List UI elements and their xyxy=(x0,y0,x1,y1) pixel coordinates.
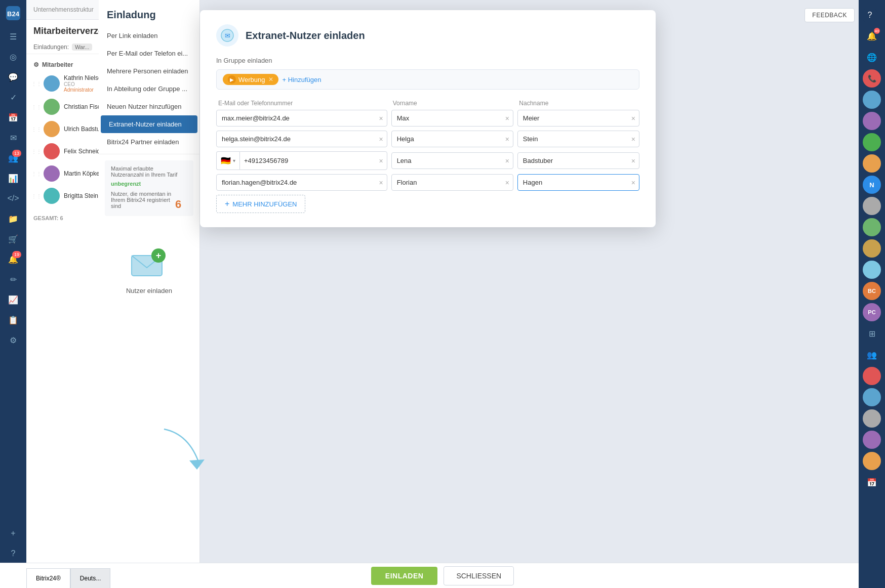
first-field-4[interactable]: × xyxy=(391,174,513,191)
clear-phone-3-icon[interactable]: × xyxy=(379,157,383,164)
sidebar-edit-icon[interactable]: ✏ xyxy=(4,270,22,288)
rs-avatar-4[interactable] xyxy=(863,133,881,151)
email-field-2[interactable]: × xyxy=(216,131,387,147)
menu-item-link[interactable]: Per Link einladen xyxy=(99,27,199,45)
staff-section-label: Mitarbeiter xyxy=(42,61,73,68)
menu-item-partner[interactable]: Bitrix24 Partner einladen xyxy=(99,133,199,151)
email-input-4[interactable] xyxy=(216,174,387,191)
sidebar-code-icon[interactable]: </> xyxy=(4,189,22,207)
clear-first-1-icon[interactable]: × xyxy=(505,115,509,122)
last-field-1[interactable]: × xyxy=(517,110,639,127)
rs-avatar-5[interactable] xyxy=(863,154,881,173)
rs-avatar-9[interactable] xyxy=(863,261,881,279)
first-field-2[interactable]: × xyxy=(391,131,513,147)
rs-avatar-12[interactable] xyxy=(863,431,881,449)
sidebar-tasks-icon[interactable]: ✓ xyxy=(4,88,22,106)
rs-avatar-3[interactable] xyxy=(863,112,881,130)
first-field-3[interactable]: × xyxy=(391,152,513,169)
sidebar-drive-icon[interactable]: 📁 xyxy=(4,209,22,228)
sidebar-help-icon[interactable]: ? xyxy=(4,544,22,563)
sidebar-feed-icon[interactable]: ◎ xyxy=(4,48,22,66)
first-input-2[interactable] xyxy=(391,131,513,147)
rs-avatar-10[interactable] xyxy=(863,388,881,406)
group-tag-close-icon[interactable]: ✕ xyxy=(268,76,273,83)
clear-last-2-icon[interactable]: × xyxy=(631,136,635,143)
menu-item-multiple[interactable]: Mehrere Personen einladen xyxy=(99,62,199,80)
help-icon[interactable]: ? xyxy=(862,7,878,23)
clear-first-4-icon[interactable]: × xyxy=(505,179,509,186)
feedback-button[interactable]: FEEDBACK xyxy=(804,8,855,22)
menu-item-new-user[interactable]: Neuen Nutzer hinzufügen xyxy=(99,98,199,115)
last-input-1[interactable] xyxy=(517,110,639,127)
schliessen-button[interactable]: SCHLIESSEN xyxy=(444,566,514,585)
rs-avatar-pc[interactable]: PC xyxy=(863,303,881,321)
einladen-button[interactable]: EINLADEN xyxy=(371,567,438,585)
sidebar-mail-icon[interactable]: ✉ xyxy=(4,129,22,147)
clear-email-4-icon[interactable]: × xyxy=(379,179,383,186)
group-tag[interactable]: ▶ Werbung ✕ xyxy=(223,74,278,85)
clear-last-3-icon[interactable]: × xyxy=(631,157,635,164)
last-input-4[interactable] xyxy=(517,174,639,191)
first-input-4[interactable] xyxy=(391,174,513,191)
rs-avatar-13[interactable] xyxy=(863,452,881,470)
rs-people-icon[interactable]: 👥 xyxy=(863,346,881,364)
group-row: ▶ Werbung ✕ + Hinzufügen xyxy=(216,69,639,90)
clear-last-4-icon[interactable]: × xyxy=(631,179,635,186)
sidebar-reports-icon[interactable]: 📋 xyxy=(4,311,22,329)
clear-last-1-icon[interactable]: × xyxy=(631,115,635,122)
rs-red-circle[interactable] xyxy=(863,367,881,385)
bottom-tab-bitrix[interactable]: Bitrix24® xyxy=(26,568,70,588)
sidebar-chat-icon[interactable]: 💬 xyxy=(4,68,22,86)
phone-input-3[interactable] xyxy=(239,151,387,170)
last-field-4[interactable]: × xyxy=(517,174,639,191)
bottom-tab-lang[interactable]: Deuts... xyxy=(70,568,110,588)
sidebar-add-icon[interactable]: + xyxy=(4,524,22,542)
last-input-3[interactable] xyxy=(517,152,639,169)
last-field-2[interactable]: × xyxy=(517,131,639,147)
rs-calendar-icon[interactable]: 📅 xyxy=(863,473,881,491)
rs-avatar-bc[interactable]: BC xyxy=(863,282,881,300)
rs-avatar-1[interactable]: 📞 xyxy=(863,69,881,88)
rs-avatar-8[interactable] xyxy=(863,239,881,258)
rs-avatar-6[interactable] xyxy=(863,197,881,215)
rs-avatar-n[interactable]: N xyxy=(863,176,881,194)
email-input-2[interactable] xyxy=(216,131,387,147)
rs-globe-icon[interactable]: 🌐 xyxy=(863,48,881,66)
rs-avatar-7[interactable] xyxy=(863,218,881,236)
sidebar-shop-icon[interactable]: 🛒 xyxy=(4,230,22,248)
sidebar-analytics-icon[interactable]: 📈 xyxy=(4,290,22,309)
sidebar-calendar-icon[interactable]: 📅 xyxy=(4,108,22,127)
sidebar-chart-icon[interactable]: 📊 xyxy=(4,169,22,187)
rs-grid-icon[interactable]: ⊞ xyxy=(863,324,881,343)
sidebar-menu-icon[interactable]: ☰ xyxy=(4,27,22,46)
email-field-1[interactable]: × xyxy=(216,110,387,127)
form-header-row: E-Mail oder Telefonnummer Vorname Nachna… xyxy=(216,100,639,107)
rs-bell-icon[interactable]: 🔔 40 xyxy=(863,27,881,45)
clear-first-3-icon[interactable]: × xyxy=(505,157,509,164)
rs-avatar-2[interactable] xyxy=(863,91,881,109)
first-field-1[interactable]: × xyxy=(391,110,513,127)
email-field-4[interactable]: × xyxy=(216,174,387,191)
sidebar-contacts-icon[interactable]: 👥 xyxy=(4,149,22,167)
clear-email-1-icon[interactable]: × xyxy=(379,115,383,122)
first-input-3[interactable] xyxy=(391,152,513,169)
left-sidebar: B24 ☰ ◎ 💬 ✓ 📅 ✉ 👥 📊 </> 📁 🛒 🔔 ✏ 📈 📋 ⚙ + … xyxy=(0,0,26,588)
phone-field-3[interactable]: 🇩🇪 ▾ × xyxy=(216,151,387,170)
phone-prefix-selector[interactable]: 🇩🇪 ▾ xyxy=(216,151,239,170)
last-input-2[interactable] xyxy=(517,131,639,147)
menu-item-extranet[interactable]: Extranet-Nutzer einladen xyxy=(101,115,197,133)
add-group-button[interactable]: + Hinzufügen xyxy=(283,76,321,83)
sidebar-settings-icon[interactable]: ⚙ xyxy=(4,331,22,349)
first-input-1[interactable] xyxy=(391,110,513,127)
clear-first-2-icon[interactable]: × xyxy=(505,136,509,143)
email-input-1[interactable] xyxy=(216,110,387,127)
add-more-button[interactable]: + MEHR HINZUFÜGEN xyxy=(216,195,305,213)
menu-item-department[interactable]: In Abteilung oder Gruppe ... xyxy=(99,80,199,98)
clear-email-2-icon[interactable]: × xyxy=(379,136,383,143)
last-field-3[interactable]: × xyxy=(517,152,639,169)
menu-item-email[interactable]: Per E-Mail oder Telefon ei... xyxy=(99,45,199,62)
dropdown-arrow-icon: ▾ xyxy=(233,158,235,163)
rs-avatar-11[interactable] xyxy=(863,409,881,428)
sidebar-notif-icon[interactable]: 🔔 xyxy=(4,250,22,268)
app-logo[interactable]: B24 xyxy=(4,4,22,22)
